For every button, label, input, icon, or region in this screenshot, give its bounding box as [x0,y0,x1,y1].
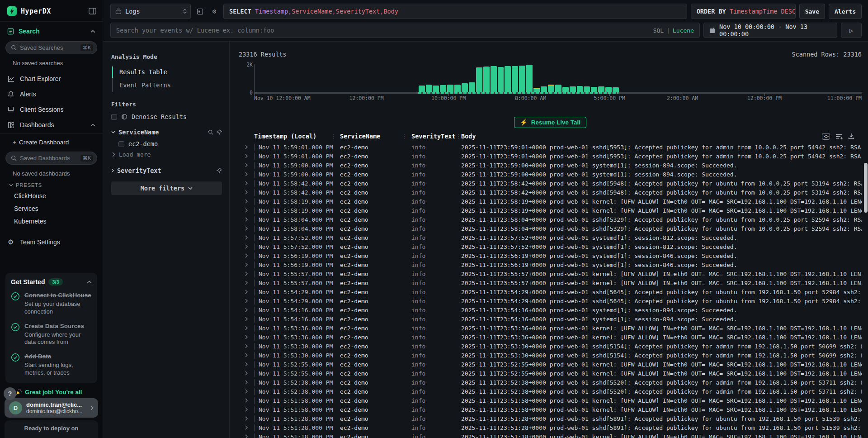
histogram-bar[interactable] [605,87,612,92]
chevron-up-icon[interactable] [90,30,95,33]
alerts-button[interactable]: Alerts [829,4,862,19]
col-body[interactable]: Body [461,133,476,140]
row-expand-chevron[interactable] [239,281,254,285]
histogram-bar[interactable] [613,87,619,92]
load-more-button[interactable]: Load more [111,149,222,159]
denoise-checkbox[interactable] [111,114,117,120]
get-started-step[interactable]: Create Data Sources Configure where your… [11,322,92,347]
chevron-up-icon[interactable] [90,124,95,127]
histogram-bar[interactable] [570,86,576,92]
row-expand-chevron[interactable] [239,271,254,276]
table-row[interactable]: Nov 11 5:59:01.000 PMec2-demoinfo2025-11… [239,152,862,161]
get-started-step[interactable]: Add Data Start sending logs, metrics, or… [11,352,92,377]
table-row[interactable]: Nov 11 5:58:04.000 PMec2-demoinfo2025-11… [239,224,862,233]
row-expand-chevron[interactable] [239,262,254,267]
histogram-bar[interactable] [426,85,432,92]
table-row[interactable]: Nov 11 5:53:36.000 PMec2-demoinfo2025-11… [239,333,862,342]
histogram-bar[interactable] [555,85,561,92]
table-row[interactable]: Nov 11 5:58:04.000 PMec2-demoinfo2025-11… [239,215,862,224]
deploy-note[interactable]: Ready to deploy on [5,420,98,438]
histogram-bar[interactable] [533,88,540,92]
select-query-input[interactable]: SELECT Timestamp,ServiceName,SeverityTex… [223,4,687,19]
row-expand-chevron[interactable] [239,416,254,421]
histogram-bar[interactable] [519,66,525,92]
table-row[interactable]: Nov 11 5:51:28.000 PMec2-demoinfo2025-11… [239,414,862,423]
histogram-bar[interactable] [526,65,533,92]
table-row[interactable]: Nov 11 5:58:19.000 PMec2-demoinfo2025-11… [239,197,862,206]
row-expand-chevron[interactable] [239,172,254,176]
gear-icon[interactable]: ⚙ [209,4,220,19]
save-button[interactable]: Save [799,4,825,19]
event-search-bar[interactable]: SQL | Lucene [110,23,700,38]
saved-dashboards-input[interactable]: Saved Dashboards ⌘K [5,152,97,165]
row-expand-chevron[interactable] [239,308,254,312]
row-expand-chevron[interactable] [239,344,254,348]
row-expand-chevron[interactable] [239,353,254,357]
row-expand-chevron[interactable] [239,199,254,204]
histogram-bar[interactable] [433,86,439,93]
table-row[interactable]: Nov 11 5:51:58.000 PMec2-demoinfo2025-11… [239,405,862,414]
sql-mode-toggle[interactable]: SQL [653,27,664,34]
table-row[interactable]: Nov 11 5:54:29.000 PMec2-demoinfo2025-11… [239,296,862,305]
table-row[interactable]: Nov 11 5:57:52.000 PMec2-demoinfo2025-11… [239,233,862,242]
row-expand-chevron[interactable] [239,398,254,403]
row-expand-chevron[interactable] [239,226,254,231]
preset-kubernetes[interactable]: Kubernetes [0,215,103,228]
sidebar-collapse-icon[interactable] [89,8,96,14]
sidebar-item-search[interactable]: Search [0,22,103,39]
histogram-plot[interactable]: 2K 0 [254,64,862,92]
table-row[interactable]: Nov 11 5:53:36.000 PMec2-demoinfo2025-11… [239,324,862,333]
row-expand-chevron[interactable] [239,163,254,167]
table-row[interactable]: Nov 11 5:53:30.000 PMec2-demoinfo2025-11… [239,342,862,351]
preset-services[interactable]: Services [0,202,103,215]
table-row[interactable]: Nov 11 5:51:58.000 PMec2-demoinfo2025-11… [239,396,862,405]
sidebar-item-alerts[interactable]: Alerts [0,86,103,102]
table-row[interactable]: Nov 11 5:56:19.000 PMec2-demoinfo2025-11… [239,251,862,260]
table-row[interactable]: Nov 11 5:52:38.000 PMec2-demoinfo2025-11… [239,378,862,387]
histogram-bar[interactable] [562,87,569,92]
histogram-bar[interactable] [598,86,604,92]
histogram-bar[interactable] [491,66,497,92]
create-dashboard-button[interactable]: + Create Dashboard [0,135,103,150]
row-expand-chevron[interactable] [239,154,254,158]
table-scrollbar[interactable] [864,163,868,213]
histogram-bar[interactable] [447,85,453,92]
filter-group-severitytext[interactable]: SeverityText [111,167,222,174]
table-row[interactable]: Nov 11 5:52:55.000 PMec2-demoinfo2025-11… [239,369,862,378]
row-expand-chevron[interactable] [239,335,254,339]
row-expand-chevron[interactable] [239,244,254,249]
presets-toggle[interactable]: PRESETS [0,178,103,190]
table-row[interactable]: Nov 11 5:51:28.000 PMec2-demoinfo2025-11… [239,423,862,432]
preset-clickhouse[interactable]: ClickHouse [0,190,103,202]
row-expand-chevron[interactable] [239,425,254,430]
wrap-lines-icon[interactable] [835,133,843,139]
mode-event-patterns[interactable]: Event Patterns [113,79,222,92]
table-row[interactable]: Nov 11 5:53:30.000 PMec2-demoinfo2025-11… [239,351,862,360]
sidebar-item-client-sessions[interactable]: Client Sessions [0,102,103,117]
source-select[interactable]: Logs [110,4,191,19]
mode-results-table[interactable]: Results Table [113,66,222,79]
row-expand-chevron[interactable] [239,326,254,330]
search-input[interactable] [116,27,649,34]
histogram-bar[interactable] [469,82,475,92]
more-filters-button[interactable]: More filters [111,181,222,195]
sidebar-item-team-settings[interactable]: ⚙ Team Settings [0,234,103,250]
column-resize-handle[interactable]: ⋮ [330,133,340,140]
chevron-up-icon[interactable] [87,281,92,284]
magnifier-icon[interactable] [208,129,213,135]
histogram-bar[interactable] [419,86,425,92]
order-by-input[interactable]: ORDER BY TimestampTime DESC [691,4,796,19]
histogram-bar[interactable] [541,86,547,92]
pin-icon[interactable] [217,168,222,173]
table-row[interactable]: Nov 11 5:58:42.000 PMec2-demoinfo2025-11… [239,188,862,197]
row-expand-chevron[interactable] [239,407,254,412]
col-timestamp[interactable]: Timestamp (Local) [254,133,316,140]
sidebar-item-chart-explorer[interactable]: Chart Explorer [0,71,103,86]
row-expand-chevron[interactable] [239,371,254,376]
histogram-bar[interactable] [591,87,597,92]
table-row[interactable]: Nov 11 5:55:57.000 PMec2-demoinfo2025-11… [239,278,862,287]
row-expand-chevron[interactable] [239,235,254,240]
resume-live-tail-button[interactable]: ⚡ Resume Live Tail [514,117,586,128]
table-row[interactable]: Nov 11 5:57:52.000 PMec2-demoinfo2025-11… [239,242,862,251]
run-query-button[interactable]: ▷ [841,23,862,38]
